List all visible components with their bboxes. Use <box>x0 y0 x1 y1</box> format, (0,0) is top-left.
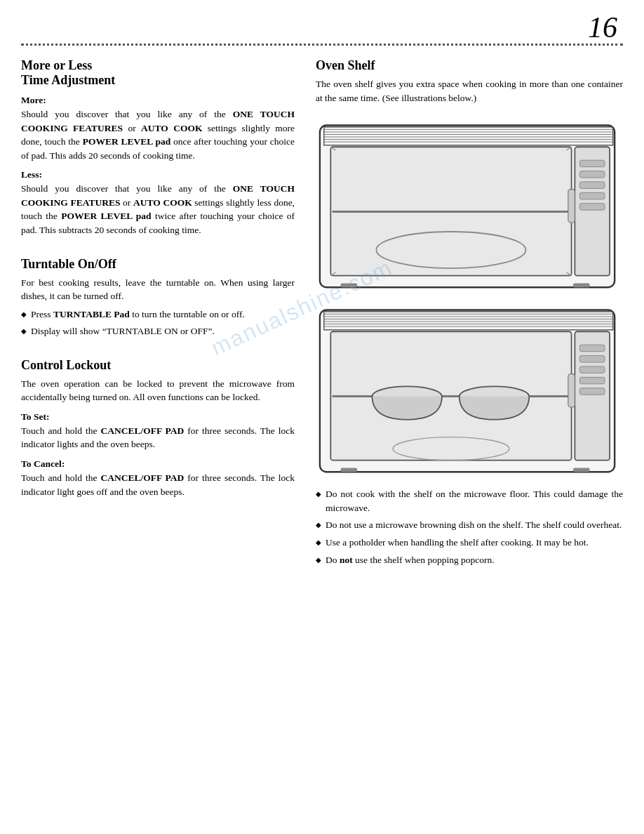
list-item: ◆ Do not use the shelf when popping popc… <box>316 553 623 567</box>
list-item: ◆ Do not cook with the shelf on the micr… <box>316 487 623 515</box>
to-cancel-label: To Cancel: <box>21 458 295 470</box>
svg-rect-41 <box>579 355 605 362</box>
right-column: Oven Shelf The oven shelf gives you extr… <box>316 58 623 570</box>
less-label: Less: <box>21 169 295 180</box>
turntable-intro: For best cooking results, leave the turn… <box>21 276 295 303</box>
svg-rect-42 <box>579 366 605 373</box>
bullet-icon: ◆ <box>316 489 321 500</box>
less-text: Should you discover that you like any of… <box>21 182 295 237</box>
oven-shelf-title: Oven Shelf <box>316 58 623 73</box>
bullet-text: Use a potholder when handling the shelf … <box>326 536 589 550</box>
oven-shelf-bullets: ◆ Do not cook with the shelf on the micr… <box>316 487 623 567</box>
to-cancel-text: Touch and hold the CANCEL/OFF PAD for th… <box>21 471 295 498</box>
more-text: Should you discover that you like any of… <box>21 107 295 162</box>
bullet-text: Press TURNTABLE Pad to turn the turntabl… <box>31 307 245 322</box>
turntable-title: Turntable On/Off <box>21 257 295 272</box>
svg-rect-40 <box>579 345 605 351</box>
list-item: ◆ Use a potholder when handling the shel… <box>316 536 623 550</box>
turntable-bullets: ◆ Press TURNTABLE Pad to turn the turnta… <box>21 307 295 338</box>
svg-rect-45 <box>568 373 575 406</box>
svg-rect-13 <box>579 160 605 166</box>
bullet-text: Do not use a microwave browning dish on … <box>326 518 622 532</box>
svg-rect-47 <box>573 468 590 472</box>
page-number: 16 <box>588 13 617 42</box>
svg-rect-15 <box>579 182 605 188</box>
page-content: More or Less Time Adjustment More: Shoul… <box>0 46 644 584</box>
section-oven-shelf: Oven Shelf The oven shelf gives you extr… <box>316 58 623 105</box>
bullet-icon: ◆ <box>316 538 321 548</box>
bullet-text: Display will show “TURNTABLE ON or OFF”. <box>31 324 215 338</box>
section-more-less: More or Less Time Adjustment More: Shoul… <box>21 58 295 237</box>
svg-rect-44 <box>579 388 605 394</box>
list-item: ◆ Press TURNTABLE Pad to turn the turnta… <box>21 307 295 322</box>
svg-rect-17 <box>579 204 605 210</box>
bullet-icon: ◆ <box>316 555 321 566</box>
svg-rect-14 <box>579 171 605 178</box>
svg-rect-24 <box>573 284 590 288</box>
list-item: ◆ Display will show “TURNTABLE ON or OFF… <box>21 324 295 338</box>
oven-illustration-1 <box>316 119 623 293</box>
section-more-less-title: More or Less Time Adjustment <box>21 58 295 88</box>
section-control-lockout: Control Lockout The oven operation can b… <box>21 358 295 498</box>
to-set-text: Touch and hold the CANCEL/OFF PAD for th… <box>21 424 295 451</box>
oven-shelf-intro: The oven shelf gives you extra space whe… <box>316 77 623 105</box>
bullet-icon: ◆ <box>21 326 27 337</box>
list-item: ◆ Do not use a microwave browning dish o… <box>316 518 623 532</box>
bullet-text: Do not cook with the shelf on the microw… <box>326 487 623 515</box>
bullet-icon: ◆ <box>21 310 27 320</box>
left-column: More or Less Time Adjustment More: Shoul… <box>21 58 295 570</box>
section-turntable: Turntable On/Off For best cooking result… <box>21 257 295 338</box>
more-label: More: <box>21 95 295 106</box>
svg-rect-23 <box>341 284 358 288</box>
oven-illustration-2 <box>316 303 623 478</box>
svg-rect-18 <box>568 190 575 223</box>
svg-rect-16 <box>579 192 605 199</box>
lockout-intro: The oven operation can be locked to prev… <box>21 377 295 404</box>
to-set-label: To Set: <box>21 411 295 423</box>
bullet-icon: ◆ <box>316 520 321 531</box>
lockout-title: Control Lockout <box>21 358 295 373</box>
bullet-text: Do not use the shelf when popping popcor… <box>326 553 495 567</box>
svg-rect-43 <box>579 377 605 383</box>
svg-rect-46 <box>341 468 358 472</box>
